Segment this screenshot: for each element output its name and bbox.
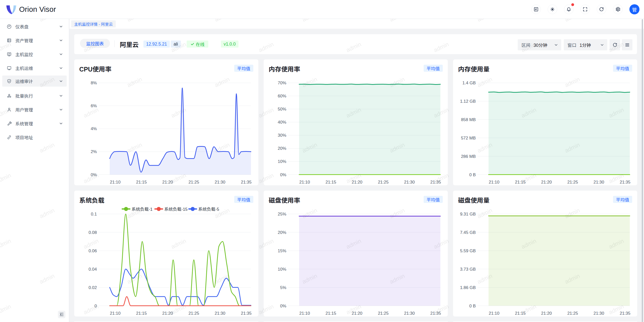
svg-text:0.04: 0.04 [89,267,97,272]
svg-text:6%: 6% [91,103,97,108]
svg-text:21:10: 21:10 [489,180,500,185]
svg-text:0: 0 [95,304,97,308]
svg-text:21:10: 21:10 [110,311,121,316]
svg-text:4%: 4% [91,126,97,131]
svg-text:1.12 GB: 1.12 GB [460,99,476,104]
svg-text:1.4 GB: 1.4 GB [462,81,476,85]
svg-text:21:15: 21:15 [136,311,147,316]
svg-text:3.73 GB: 3.73 GB [460,267,476,272]
svg-text:10%: 10% [278,267,286,272]
svg-text:21:20: 21:20 [541,311,552,316]
svg-text:21:25: 21:25 [188,311,199,316]
svg-text:0%: 0% [280,172,286,177]
svg-text:21:20: 21:20 [162,180,173,185]
svg-text:系统负载-1: 系统负载-1 [132,207,152,212]
svg-text:9.31 GB: 9.31 GB [460,212,476,217]
svg-text:0.06: 0.06 [89,248,97,253]
svg-text:70%: 70% [278,81,286,85]
svg-text:5%: 5% [280,285,286,290]
svg-text:21:30: 21:30 [593,311,604,316]
svg-text:21:30: 21:30 [404,180,415,185]
svg-text:21:35: 21:35 [430,311,441,316]
svg-text:20%: 20% [278,230,286,235]
svg-text:10%: 10% [278,159,286,164]
svg-text:21:35: 21:35 [620,311,630,316]
svg-text:0.08: 0.08 [89,230,97,235]
svg-text:572 MB: 572 MB [461,136,476,140]
svg-text:7.45 GB: 7.45 GB [460,230,476,235]
svg-text:30%: 30% [278,133,286,138]
svg-text:21:15: 21:15 [515,180,526,185]
svg-text:系统负载-15: 系统负载-15 [164,207,188,212]
svg-text:21:35: 21:35 [241,311,252,316]
svg-text:21:25: 21:25 [378,311,389,316]
svg-text:8%: 8% [91,81,97,85]
svg-text:2%: 2% [91,149,97,154]
svg-text:21:20: 21:20 [352,180,363,185]
svg-text:系统负载-5: 系统负载-5 [198,207,219,212]
svg-text:21:30: 21:30 [593,180,604,185]
svg-text:286 MB: 286 MB [461,154,476,159]
svg-text:21:10: 21:10 [299,311,310,316]
svg-text:21:35: 21:35 [620,180,630,185]
svg-text:1.86 GB: 1.86 GB [460,285,476,290]
svg-text:15%: 15% [278,248,286,253]
svg-text:21:30: 21:30 [215,180,225,185]
svg-text:60%: 60% [278,94,286,98]
svg-text:858 MB: 858 MB [461,117,476,122]
svg-text:21:35: 21:35 [430,180,441,185]
svg-text:21:25: 21:25 [567,311,578,316]
svg-text:0%: 0% [91,172,97,177]
svg-text:21:15: 21:15 [515,311,526,316]
svg-text:0.02: 0.02 [89,285,97,290]
svg-text:0.1: 0.1 [91,212,97,217]
svg-text:21:15: 21:15 [326,180,336,185]
svg-text:21:15: 21:15 [136,180,147,185]
svg-text:21:25: 21:25 [188,180,199,185]
svg-text:0 B: 0 B [469,172,476,177]
svg-text:20%: 20% [278,146,286,151]
svg-text:50%: 50% [278,107,286,112]
svg-text:21:30: 21:30 [215,311,225,316]
svg-text:21:10: 21:10 [489,311,500,316]
svg-text:21:15: 21:15 [326,311,336,316]
svg-text:0%: 0% [280,304,286,308]
svg-text:21:20: 21:20 [162,311,173,316]
svg-text:21:20: 21:20 [352,311,363,316]
svg-text:25%: 25% [278,212,286,217]
svg-text:21:10: 21:10 [299,180,310,185]
svg-text:0 B: 0 B [469,304,476,308]
svg-text:21:25: 21:25 [567,180,578,185]
svg-text:21:30: 21:30 [404,311,415,316]
svg-text:21:10: 21:10 [110,180,121,185]
svg-text:21:25: 21:25 [378,180,389,185]
svg-text:40%: 40% [278,120,286,125]
svg-text:5.59 GB: 5.59 GB [460,248,476,253]
svg-text:21:20: 21:20 [541,180,552,185]
svg-text:21:35: 21:35 [241,180,252,185]
